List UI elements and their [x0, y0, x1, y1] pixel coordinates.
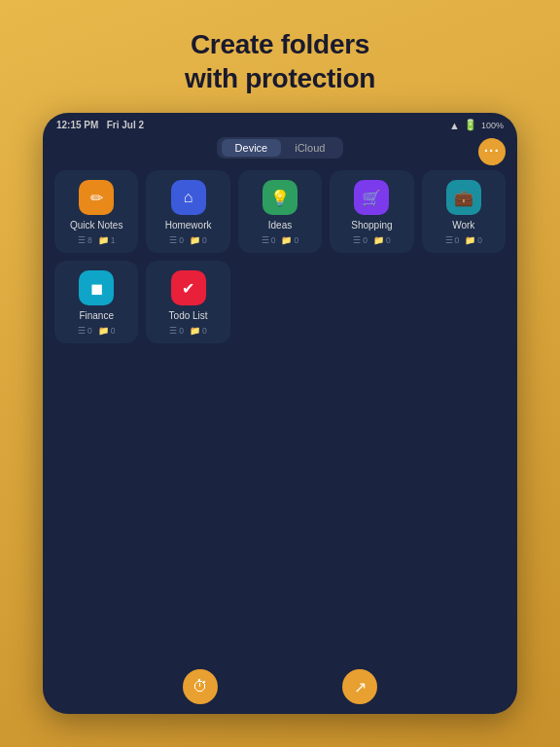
folder-name: Work — [452, 220, 474, 231]
bottom-bar: ⏱ ↗ — [43, 659, 517, 714]
more-dots-icon: ··· — [484, 144, 500, 158]
folder-icon: 💼 — [446, 180, 481, 215]
folder-meta: ☰0📁0 — [353, 235, 390, 245]
folder-meta: ☰0📁0 — [169, 235, 206, 245]
folder-name: Ideas — [268, 220, 292, 231]
folder-icon: 🛒 — [354, 180, 389, 215]
folder-card-shopping[interactable]: 🛒Shopping☰0📁0 — [330, 170, 413, 253]
folder-name: Finance — [79, 310, 114, 321]
tab-icloud[interactable]: iCloud — [281, 139, 338, 157]
device-frame: 12:15 PM Fri Jul 2 ▲ 🔋 100% Device iClou… — [43, 113, 517, 714]
folder-meta: ☰0📁0 — [169, 326, 206, 336]
folder-name: Shopping — [351, 220, 392, 231]
wifi-icon: ▲ — [449, 120, 460, 131]
headline: Create folders with protection — [185, 27, 375, 95]
folder-icon: ◼ — [79, 270, 114, 305]
status-bar: 12:15 PM Fri Jul 2 ▲ 🔋 100% — [43, 113, 517, 133]
sync-button[interactable]: ↗ — [342, 669, 377, 704]
folder-name: Homework — [165, 220, 212, 231]
folder-meta: ☰0📁0 — [445, 235, 482, 245]
clock-icon: ⏱ — [192, 678, 208, 695]
folder-card-todo-list[interactable]: ✔Todo List☰0📁0 — [146, 261, 229, 343]
folder-grid: ✏Quick Notes☰8📁1⌂Homework☰0📁0💡Ideas☰0📁0🛒… — [43, 166, 517, 355]
tab-device[interactable]: Device — [222, 139, 282, 157]
clock-button[interactable]: ⏱ — [183, 669, 218, 704]
folder-card-ideas[interactable]: 💡Ideas☰0📁0 — [238, 170, 322, 253]
sync-icon: ↗ — [354, 678, 367, 696]
folder-meta: ☰8📁1 — [78, 235, 115, 245]
status-time: 12:15 PM Fri Jul 2 — [56, 120, 144, 130]
folder-meta: ☰0📁0 — [262, 235, 298, 245]
folder-card-finance[interactable]: ◼Finance☰0📁0 — [54, 261, 138, 343]
folder-card-quick-notes[interactable]: ✏Quick Notes☰8📁1 — [54, 170, 138, 253]
folder-name: Quick Notes — [70, 220, 122, 231]
more-button[interactable]: ··· — [478, 138, 506, 165]
folder-name: Todo List — [169, 310, 208, 321]
folder-icon: 💡 — [262, 180, 298, 215]
tab-row: Device iCloud — [217, 137, 343, 159]
folder-card-work[interactable]: 💼Work☰0📁0 — [422, 170, 506, 253]
folder-icon: ⌂ — [171, 180, 206, 215]
folder-icon: ✏ — [79, 180, 114, 215]
folder-meta: ☰0📁0 — [78, 326, 115, 336]
folder-card-homework[interactable]: ⌂Homework☰0📁0 — [146, 170, 229, 253]
battery-icon: 🔋 — [464, 119, 477, 131]
folder-icon: ✔ — [171, 270, 206, 305]
status-right: ▲ 🔋 100% — [449, 119, 504, 131]
